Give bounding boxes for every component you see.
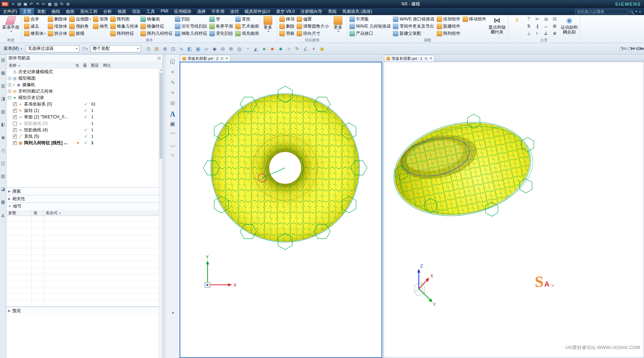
visibility-checkbox[interactable] [13, 128, 17, 132]
ribbon-button[interactable]: 艺术曲面 [234, 23, 260, 30]
center-snap-icon[interactable]: ◎ [235, 46, 244, 52]
ribbon-button[interactable]: 删除 [278, 23, 296, 30]
tree-row[interactable]: +▥模型视图 [6, 75, 163, 81]
menu-tab[interactable]: 工具 [143, 8, 158, 15]
plus-icon[interactable]: + [171, 69, 174, 79]
export-step-button[interactable]: 导出 STEP 文件 [620, 47, 623, 50]
expander-icon[interactable]: − [8, 96, 11, 99]
selection-filter-dropdown[interactable]: 无选择过滤器▾ [26, 45, 79, 52]
visibility-checkbox[interactable] [13, 141, 17, 145]
window-icon[interactable]: ⊞ [65, 2, 71, 6]
ribbon-button[interactable]: 径向尺寸 [296, 30, 330, 37]
intersection-snap-icon[interactable]: ⊕ [227, 46, 235, 52]
column-header[interactable]: 附注 [102, 62, 163, 68]
ribbon-button[interactable]: ⊦ [534, 30, 542, 37]
ribbon-button[interactable]: 引用集 [348, 15, 392, 23]
magnifier-icon[interactable]: ○ [285, 46, 293, 52]
ribbon-button[interactable]: 抽取几何特征 [174, 30, 208, 37]
menu-tab[interactable]: 简易填充 (高级) [339, 8, 375, 15]
ribbon-button[interactable]: 加厚 [92, 15, 109, 23]
helix-icon[interactable]: ◎ [170, 100, 175, 110]
assembly-navigator-icon[interactable]: ▤ [1, 57, 5, 70]
expander-icon[interactable]: + [8, 83, 11, 86]
visibility-checkbox[interactable] [13, 115, 17, 119]
view-palette-icon[interactable]: ▧ [1, 109, 5, 122]
tree-row[interactable]: ∿投影曲线 (4)✓1 [6, 127, 163, 133]
reuse-library-icon[interactable]: ◨ [1, 96, 5, 109]
export-parasolid-button[interactable]: 导出 Parasolid [628, 47, 631, 50]
visibility-checkbox[interactable] [13, 135, 17, 138]
filter-icon[interactable]: ▽▾ [81, 46, 89, 51]
tree-row[interactable]: +▤非时间戳记几何体 [6, 88, 163, 94]
touch-mode-icon[interactable]: ◭ [1, 212, 5, 225]
details-column-header[interactable]: 表达式▲ [44, 210, 163, 216]
search-icon[interactable] [630, 10, 633, 13]
early-access-button[interactable]: 抢先体验 [637, 47, 640, 50]
model-iso-view[interactable]: Z X Y UG爱好者论坛 WWW.UGSNX.COM [384, 62, 644, 358]
ribbon-button[interactable]: ∠ [542, 30, 551, 37]
surface-icon[interactable]: ◠ [170, 131, 175, 141]
ribbon-button[interactable]: WAVE 几何链接器 [348, 23, 392, 30]
tangent-snap-icon[interactable]: ◭ [252, 46, 260, 52]
ribbon-button[interactable]: 新建父装配 [392, 30, 435, 37]
ribbon-button[interactable]: 沿引导线扫掠 [174, 23, 208, 30]
ribbon-button[interactable]: ⋈显示和隐藏约束 [487, 15, 507, 34]
spline-icon[interactable]: ∿ [170, 79, 175, 89]
paste-icon[interactable]: ▥ [53, 2, 59, 6]
copy-page-icon[interactable]: ▣ [170, 121, 175, 131]
measure-icon[interactable]: ∠ [301, 46, 310, 52]
ribbon-button[interactable]: ⊡ [551, 15, 560, 23]
visibility-checkbox[interactable] [13, 122, 17, 126]
hd3d-tools-icon[interactable]: ◧ [1, 122, 5, 135]
open-icon[interactable]: ▤ [16, 2, 22, 6]
menu-tab[interactable]: 注塑模向导 [298, 8, 325, 15]
details-column-header[interactable]: 参数 [6, 210, 32, 216]
ribbon-button[interactable]: 缩放体 [47, 23, 68, 30]
roles-icon[interactable]: ◪ [1, 187, 5, 199]
ribbon-button[interactable]: 拔模 [68, 30, 92, 37]
torus-model[interactable] [203, 86, 367, 250]
menu-tab[interactable]: 不常用 [209, 8, 227, 15]
cut-icon[interactable]: ✂ [41, 2, 47, 6]
ribbon-button[interactable]: 调整圆角大小 [296, 23, 330, 30]
history-icon[interactable]: ◷ [1, 148, 5, 161]
menu-tab[interactable]: 查阅 [325, 8, 339, 15]
tree-row[interactable]: +基准坐标系 (0)✓61 [6, 101, 163, 107]
refresh-icon[interactable]: ↻ [59, 2, 65, 6]
menu-tab-file[interactable]: 文件(F) [0, 8, 20, 15]
menu-tab[interactable]: 主页 [20, 8, 34, 15]
strip-collapse-icon[interactable]: ◂ [172, 310, 174, 315]
ribbon-button[interactable]: 镜像面 [139, 15, 174, 23]
constraint-navigator-icon[interactable]: ▦ [1, 70, 5, 83]
menu-tab[interactable]: 星空 V8.0 [273, 8, 298, 15]
ribbon-button[interactable]: ↔ [542, 23, 551, 30]
wcs-icon[interactable]: + [310, 46, 318, 52]
text-icon[interactable]: A [170, 110, 175, 121]
navigator-scrollbar[interactable]: ▲ [159, 69, 163, 358]
plane-select-icon[interactable]: ◧ [186, 46, 194, 52]
tree-row[interactable]: ▱草图 (2) "SKETCH_0...✓1 [6, 114, 163, 120]
curve-icon[interactable]: ≈ [171, 89, 174, 100]
part-navigator-icon[interactable]: ▥ [1, 83, 5, 96]
web-browser-icon[interactable]: ◉ [1, 135, 5, 148]
ribbon-button[interactable]: 填充曲面 [234, 30, 260, 37]
system-materials-icon[interactable]: ▩ [1, 199, 5, 212]
select-rect-icon[interactable]: ⊡ [169, 46, 177, 52]
edge-select-icon[interactable]: ▱ [202, 46, 210, 52]
menu-tab[interactable]: 模具部件设计 [242, 8, 273, 15]
link-icon[interactable]: ⊗ [161, 46, 169, 52]
ribbon-button[interactable]: 管 [208, 15, 234, 23]
quadrant-snap-icon[interactable]: ◔ [244, 46, 252, 52]
manufacturing-wizard-icon[interactable]: ▨ [1, 174, 5, 187]
save-icon[interactable]: ▣ [22, 2, 28, 6]
popout-icon[interactable]: ⊡ [221, 57, 223, 60]
ribbon-button[interactable]: ⊥ [525, 30, 534, 37]
pencil-icon[interactable]: ✎ [293, 46, 301, 52]
tree-row[interactable]: −●模型历史记录 [6, 94, 163, 101]
ribbon-button[interactable]: 阵列特征 [109, 30, 139, 37]
ribbon-button[interactable]: 移动组件 [462, 15, 487, 23]
undo-icon[interactable]: ↶ [28, 2, 34, 6]
ribbon-button[interactable]: 镜像几何体 [109, 23, 139, 30]
tree-row[interactable]: ◷历史记录建模模式 [6, 69, 163, 75]
ribbon-button[interactable]: 偏置 [296, 15, 330, 23]
